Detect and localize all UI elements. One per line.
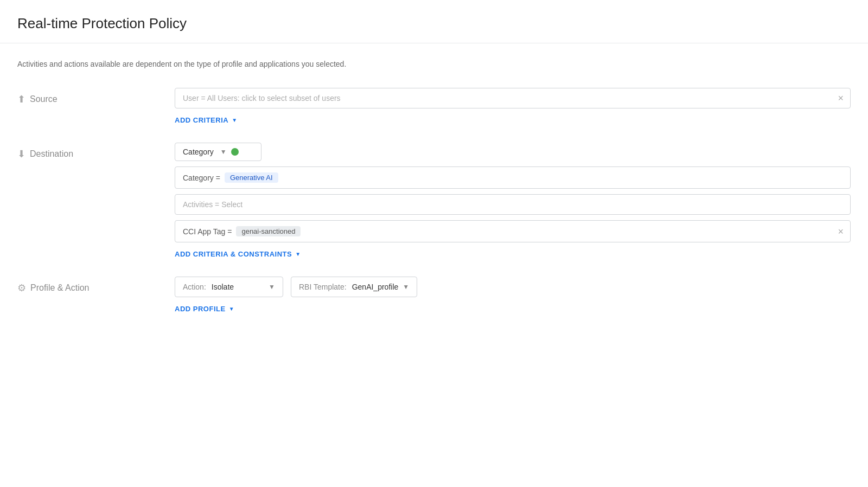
destination-dropdown-row: Category ▼	[175, 143, 851, 161]
profile-body: Action: Isolate ▼ RBI Template: GenAI_pr…	[175, 277, 851, 315]
destination-activities-row[interactable]: Activities = Select	[175, 194, 851, 215]
destination-cci-close-button[interactable]: ×	[838, 227, 844, 236]
destination-cci-row[interactable]: CCI App Tag = genai-sanctioned ×	[175, 220, 851, 242]
source-close-button[interactable]: ×	[838, 93, 844, 103]
profile-section: ⚙ Profile & Action Action: Isolate ▼ RBI…	[17, 277, 851, 315]
page-wrapper: Real-time Protection Policy Activities a…	[0, 0, 868, 487]
page-header: Real-time Protection Policy	[0, 0, 868, 43]
destination-add-criteria-arrow: ▼	[295, 251, 301, 257]
source-user-input[interactable]: User = All Users: click to select subset…	[175, 88, 851, 108]
destination-label-text: Destination	[30, 149, 73, 159]
destination-category-dropdown[interactable]: Category ▼	[175, 143, 261, 161]
destination-green-dot	[231, 148, 239, 156]
destination-body: Category ▼ Category = Generative AI Acti…	[175, 143, 851, 260]
rbi-label: RBI Template:	[299, 283, 347, 291]
profile-dropdowns: Action: Isolate ▼ RBI Template: GenAI_pr…	[175, 277, 851, 297]
rbi-value: GenAI_profile	[352, 283, 399, 291]
destination-add-criteria-label: ADD CRITERIA & CONSTRAINTS	[175, 250, 292, 258]
destination-category-tag: Generative AI	[225, 172, 278, 183]
page-title: Real-time Protection Policy	[17, 15, 851, 32]
action-label: Action:	[183, 283, 206, 291]
destination-dropdown-chevron: ▼	[220, 148, 227, 156]
destination-add-criteria-button[interactable]: ADD CRITERIA & CONSTRAINTS ▼	[175, 248, 851, 260]
destination-activities-text: Activities = Select	[183, 200, 242, 209]
action-dropdown[interactable]: Action: Isolate ▼	[175, 277, 283, 297]
destination-section: ⬇ Destination Category ▼ Category = Gene…	[17, 143, 851, 260]
action-value: Isolate	[212, 283, 234, 291]
add-profile-button[interactable]: ADD PROFILE ▼	[175, 303, 851, 315]
destination-category-prefix: Category =	[183, 174, 220, 182]
destination-cci-prefix: CCI App Tag =	[183, 227, 232, 236]
source-label-text: Source	[30, 94, 58, 104]
source-add-criteria-button[interactable]: ADD CRITERIA ▼	[175, 114, 851, 126]
destination-cci-tag: genai-sanctioned	[236, 226, 301, 236]
source-add-criteria-label: ADD CRITERIA	[175, 116, 228, 124]
profile-label: ⚙ Profile & Action	[17, 277, 175, 294]
rbi-dropdown-chevron: ▼	[403, 283, 409, 291]
source-user-placeholder: User = All Users: click to select subset…	[183, 94, 341, 102]
source-section: ⬆ Source User = All Users: click to sele…	[17, 88, 851, 126]
destination-category-label: Category	[183, 148, 214, 156]
page-content: Activities and actions available are dep…	[0, 43, 868, 348]
destination-category-row[interactable]: Category = Generative AI	[175, 166, 851, 189]
profile-label-text: Profile & Action	[30, 283, 90, 293]
profile-icon: ⚙	[17, 282, 26, 294]
source-add-criteria-arrow: ▼	[232, 117, 237, 123]
add-profile-label: ADD PROFILE	[175, 305, 226, 313]
source-icon: ⬆	[17, 93, 25, 105]
destination-label: ⬇ Destination	[17, 143, 175, 160]
page-description: Activities and actions available are dep…	[17, 60, 851, 68]
action-dropdown-chevron: ▼	[269, 283, 275, 291]
source-label: ⬆ Source	[17, 88, 175, 105]
rbi-dropdown[interactable]: RBI Template: GenAI_profile ▼	[291, 277, 417, 297]
add-profile-arrow: ▼	[229, 306, 234, 312]
destination-icon: ⬇	[17, 148, 25, 160]
source-body: User = All Users: click to select subset…	[175, 88, 851, 126]
